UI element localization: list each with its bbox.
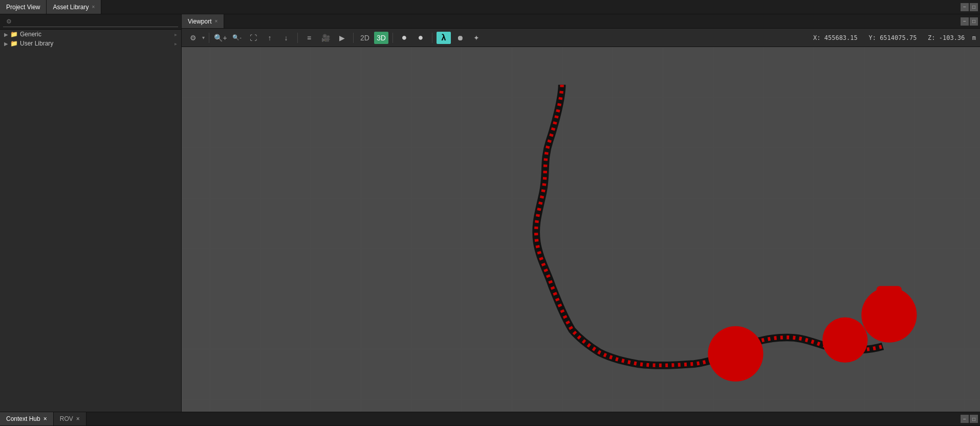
- upload-button[interactable]: ↑: [263, 32, 277, 44]
- separator: [353, 33, 354, 43]
- minimize-button[interactable]: −: [961, 415, 969, 423]
- viewport-toolbar: ⚙ ▾ 🔍+ 🔍- ⛶ ↑ ↓ ≡ 🎥 ▶ 2D 3D ● ● λ ⏺ ✦ X:…: [182, 29, 980, 47]
- layers-button[interactable]: ≡: [302, 32, 316, 44]
- minimize-button[interactable]: −: [961, 17, 969, 26]
- separator: [297, 33, 298, 43]
- tree-item-generic[interactable]: ▶ 📁 Generic ▸: [0, 30, 181, 39]
- close-icon[interactable]: ×: [43, 415, 47, 422]
- settings-button[interactable]: ⚙: [186, 32, 200, 44]
- fit-button[interactable]: ⛶: [246, 32, 260, 44]
- node-1: [708, 326, 763, 382]
- viewport-canvas: [182, 47, 980, 412]
- separator: [393, 33, 393, 43]
- restore-button[interactable]: □: [970, 415, 978, 423]
- tree-item-label: Generic: [20, 31, 41, 38]
- tree-item-label: User Library: [20, 40, 53, 47]
- mode-2d-button[interactable]: 2D: [358, 32, 372, 44]
- chevron-right-icon: ▶: [4, 41, 8, 47]
- bottom-window-controls: − □: [961, 415, 980, 423]
- chevron-right-icon: ▶: [4, 32, 8, 37]
- minimize-button[interactable]: −: [961, 3, 969, 11]
- tab-label: Viewport: [188, 18, 211, 25]
- tab-asset-library[interactable]: Asset Library ×: [47, 0, 101, 14]
- tab-project-view[interactable]: Project View: [0, 0, 47, 14]
- coord-unit: m: [972, 34, 976, 41]
- folder-icon: 📁: [10, 31, 18, 38]
- play-button[interactable]: ▶: [335, 32, 349, 44]
- bottom-tab-bar: Context Hub × ROV × − □: [0, 412, 980, 426]
- tab-label: Project View: [6, 4, 40, 11]
- viewport-svg: [182, 47, 980, 412]
- coord-x: X: 455683.15: [813, 34, 858, 41]
- expand-icon: ▸: [175, 41, 177, 47]
- close-icon[interactable]: ×: [76, 415, 80, 422]
- top-tab-bar: Project View Asset Library × − □: [0, 0, 980, 14]
- tab-viewport[interactable]: Viewport ×: [182, 14, 224, 28]
- asset-search-input[interactable]: [3, 16, 178, 27]
- lambda-button[interactable]: λ: [437, 32, 451, 44]
- node-3-bar: [877, 286, 902, 296]
- maximize-button[interactable]: □: [970, 3, 978, 11]
- bottom-section: Context Hub × ROV × − □ ROV Groups ⇅ ⇵: [0, 412, 980, 426]
- settings-dropdown-icon: ▾: [202, 35, 205, 40]
- coordinates-display: X: 455683.15 Y: 6514075.75 Z: -103.36 m: [813, 34, 976, 41]
- restore-button[interactable]: □: [970, 17, 978, 26]
- tab-context-hub[interactable]: Context Hub ×: [0, 412, 54, 425]
- asset-search-bar: [0, 14, 181, 30]
- separator: [432, 33, 432, 43]
- close-icon[interactable]: ×: [92, 4, 95, 10]
- rec-button[interactable]: ⏺: [453, 32, 467, 44]
- viewport-window-controls: − □: [961, 17, 980, 26]
- close-icon[interactable]: ×: [214, 18, 217, 24]
- viewport-tab-bar: Viewport × − □: [182, 14, 980, 29]
- dot-mode2-button[interactable]: ●: [413, 32, 428, 44]
- viewport-area: Viewport × − □ ⚙ ▾ 🔍+ 🔍- ⛶ ↑ ↓ ≡ 🎥 ▶ 2D: [182, 14, 980, 412]
- folder-icon: 📁: [10, 40, 18, 47]
- tab-label: ROV: [60, 415, 73, 422]
- tab-label: Context Hub: [6, 415, 40, 422]
- tab-rov[interactable]: ROV ×: [54, 412, 86, 425]
- window-controls: − □: [961, 3, 980, 11]
- node-2: [822, 318, 868, 363]
- zoom-out-button[interactable]: 🔍-: [230, 32, 244, 44]
- separator: [209, 33, 209, 43]
- download-button[interactable]: ↓: [279, 32, 293, 44]
- asset-tree: ▶ 📁 Generic ▸ ▶ 📁 User Library ▸: [0, 30, 181, 412]
- expand-icon: ▸: [175, 32, 177, 37]
- star-button[interactable]: ✦: [469, 32, 484, 44]
- tree-item-user-library[interactable]: ▶ 📁 User Library ▸: [0, 39, 181, 48]
- mode-3d-button[interactable]: 3D: [374, 32, 388, 44]
- asset-library-panel: ▶ 📁 Generic ▸ ▶ 📁 User Library ▸: [0, 14, 182, 412]
- zoom-in-button[interactable]: 🔍+: [213, 32, 228, 44]
- coord-z: Z: -103.36: [928, 34, 965, 41]
- camera-button[interactable]: 🎥: [318, 32, 333, 44]
- svg-rect-1: [182, 47, 980, 412]
- coord-y: Y: 6514075.75: [868, 34, 917, 41]
- dot-mode1-button[interactable]: ●: [397, 32, 411, 44]
- main-area: ▶ 📁 Generic ▸ ▶ 📁 User Library ▸ Viewpor…: [0, 14, 980, 412]
- tab-label: Asset Library: [53, 4, 89, 11]
